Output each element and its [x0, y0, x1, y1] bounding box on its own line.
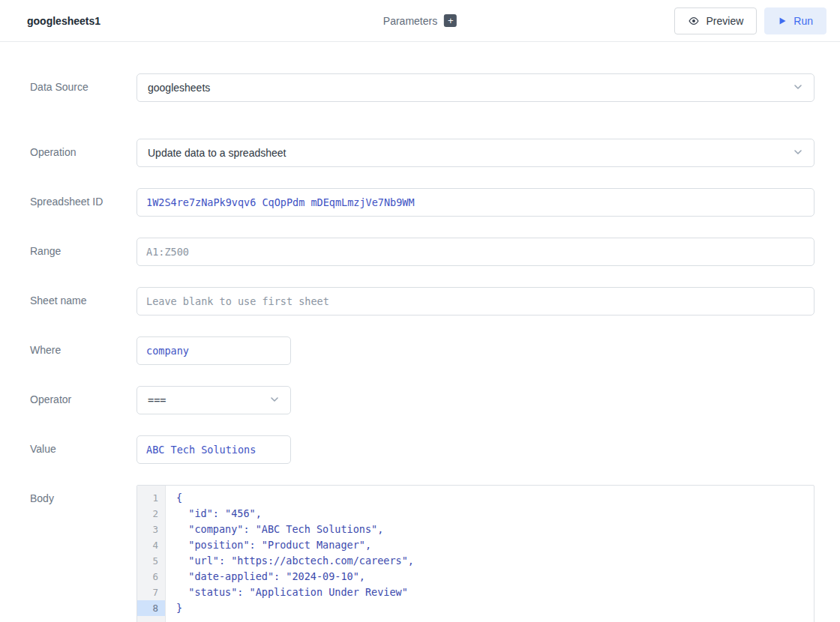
- add-parameter-button[interactable]: +: [444, 14, 457, 27]
- run-button-label: Run: [794, 15, 813, 27]
- operation-select[interactable]: Update data to a spreadsheet: [136, 139, 814, 167]
- where-input[interactable]: [136, 336, 291, 365]
- range-input[interactable]: [136, 238, 814, 266]
- app-header: googlesheets1 Parameters + Preview Run: [0, 0, 840, 42]
- data-source-row: Data Source googlesheets: [30, 73, 814, 102]
- preview-button-label: Preview: [706, 15, 744, 27]
- code-line: {: [166, 490, 814, 506]
- run-button[interactable]: Run: [764, 7, 826, 34]
- operator-label: Operator: [30, 386, 136, 414]
- line-number-gutter: 1 2 3 4 5 6 7 8: [137, 486, 166, 622]
- operation-row: Operation Update data to a spreadsheet: [30, 139, 814, 167]
- operation-value: Update data to a spreadsheet: [148, 147, 286, 159]
- data-source-value: googlesheets: [148, 82, 210, 94]
- body-code-editor[interactable]: 1 2 3 4 5 6 7 8 { "id": "456", "company"…: [136, 485, 814, 622]
- code-line: "company": "ABC Tech Solutions",: [166, 522, 814, 537]
- code-line: "status": "Application Under Review": [166, 585, 814, 600]
- play-icon: [778, 16, 787, 25]
- code-area: { "id": "456", "company": "ABC Tech Solu…: [166, 486, 814, 622]
- range-row: Range: [30, 238, 814, 266]
- where-row: Where: [30, 336, 814, 365]
- operator-value: ===: [148, 394, 166, 406]
- line-number-active: 8: [137, 600, 165, 616]
- query-editor-panel: Data Source googlesheets Operation Updat…: [0, 42, 840, 622]
- query-name: googlesheets1: [27, 15, 100, 27]
- value-input[interactable]: [136, 435, 291, 464]
- code-line: "id": "456",: [166, 506, 814, 522]
- spreadsheet-id-label: Spreadsheet ID: [30, 188, 136, 217]
- parameters-label: Parameters: [383, 15, 437, 27]
- line-number: 4: [137, 537, 165, 553]
- chevron-down-icon: [793, 82, 803, 94]
- chevron-down-icon: [793, 147, 803, 160]
- header-actions: Preview Run: [674, 7, 826, 34]
- line-number: 1: [137, 490, 165, 506]
- sheet-name-row: Sheet name: [30, 287, 814, 315]
- value-label: Value: [30, 435, 136, 464]
- where-label: Where: [30, 336, 136, 365]
- line-number: 3: [137, 522, 165, 537]
- sheet-name-input[interactable]: [136, 287, 814, 315]
- preview-button[interactable]: Preview: [674, 7, 758, 34]
- code-line: "date-applied": "2024-09-10",: [166, 569, 814, 585]
- value-row: Value: [30, 435, 814, 464]
- line-number: 6: [137, 569, 165, 585]
- operator-row: Operator ===: [30, 386, 814, 414]
- operator-select[interactable]: ===: [136, 386, 291, 414]
- line-number: 5: [137, 553, 165, 569]
- code-line: "position": "Product Manager",: [166, 537, 814, 553]
- code-line: "url": "https://abctech.com/careers",: [166, 553, 814, 569]
- line-number: 7: [137, 585, 165, 600]
- data-source-select[interactable]: googlesheets: [136, 73, 814, 102]
- body-label: Body: [30, 485, 136, 622]
- line-number: 2: [137, 506, 165, 522]
- code-line: }: [166, 600, 814, 616]
- data-source-label: Data Source: [30, 73, 136, 102]
- range-label: Range: [30, 238, 136, 266]
- plus-icon: +: [448, 15, 454, 26]
- parameters-group: Parameters +: [383, 14, 457, 27]
- operation-label: Operation: [30, 139, 136, 167]
- eye-icon: [688, 15, 700, 27]
- sheet-name-label: Sheet name: [30, 287, 136, 315]
- body-row: Body 1 2 3 4 5 6 7 8 { "id": "456", "com…: [30, 485, 814, 622]
- spreadsheet-id-row: Spreadsheet ID: [30, 188, 814, 217]
- spreadsheet-id-input[interactable]: [136, 188, 814, 217]
- chevron-down-icon: [269, 394, 280, 407]
